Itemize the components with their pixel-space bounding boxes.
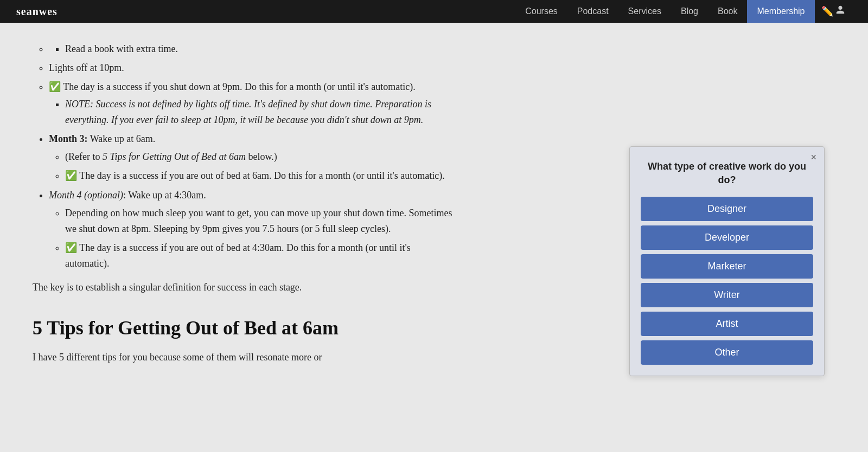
square-list: Read a book with extra time. <box>65 41 456 57</box>
checkmark-2: ✅ <box>65 170 77 181</box>
month3-bold: Month 3: <box>49 133 88 144</box>
main-content: Read a book with extra time. Lights off … <box>0 23 488 398</box>
month4-sub-1: Depending on how much sleep you want to … <box>65 205 456 237</box>
checkmark-text-1: The day is a success if you shut down at… <box>61 81 416 92</box>
month4-sub-list: Depending on how much sleep you want to … <box>65 205 456 271</box>
month3-sub-1: (Refer to 5 Tips for Getting Out of Bed … <box>65 149 456 165</box>
list-item: Read a book with extra time. <box>49 41 456 57</box>
brand-logo[interactable]: seanwes <box>16 3 58 20</box>
nav-blog[interactable]: Blog <box>671 0 708 23</box>
modal-title: What type of creative work do you do? <box>641 160 813 187</box>
outer-bullet-list: Read a book with extra time. Lights off … <box>49 41 456 128</box>
month3-text: Wake up at 6am. <box>88 133 156 144</box>
nav-book[interactable]: Book <box>708 0 747 23</box>
month4-text: : Wake up at 4:30am. <box>123 190 206 201</box>
section-sub: I have 5 different tips for you because … <box>33 350 456 365</box>
checkmark-item-1: ✅ The day is a success if you shut down … <box>49 79 456 128</box>
month3-item: Month 3: Wake up at 6am. (Refer to 5 Tip… <box>49 131 456 183</box>
section-heading: 5 Tips for Getting Out of Bed at 6am <box>33 313 456 344</box>
nav-podcast[interactable]: Podcast <box>567 0 618 23</box>
marketer-button[interactable]: Marketer <box>641 254 813 279</box>
navbar: seanwes Courses Podcast Services Blog Bo… <box>0 0 868 23</box>
other-button[interactable]: Other <box>641 340 813 365</box>
lights-off-text: Lights off at 10pm. <box>49 62 124 73</box>
month3-sub-2: ✅ The day is a success if you are out of… <box>65 168 456 184</box>
note-italic-text: NOTE: Success is not defined by lights o… <box>65 99 431 125</box>
nav-membership[interactable]: Membership <box>747 0 814 23</box>
nav-links: Courses Podcast Services Blog Book Membe… <box>515 0 814 23</box>
nav-services[interactable]: Services <box>618 0 671 23</box>
creative-type-modal: × What type of creative work do you do? … <box>629 146 825 376</box>
months-list: Month 3: Wake up at 6am. (Refer to 5 Tip… <box>49 131 456 271</box>
tips-link: 5 Tips for Getting Out of Bed at 6am <box>103 151 246 162</box>
modal-close-button[interactable]: × <box>810 152 816 162</box>
artist-button[interactable]: Artist <box>641 312 813 336</box>
lights-off-item: Lights off at 10pm. <box>49 60 456 76</box>
developer-button[interactable]: Developer <box>641 225 813 250</box>
designer-button[interactable]: Designer <box>641 197 813 221</box>
checkmark-3: ✅ <box>65 242 77 253</box>
month4-item: Month 4 (optional): Wake up at 4:30am. D… <box>49 188 456 271</box>
user-icon[interactable]: ✏️ <box>815 4 852 20</box>
month4-sub-2: ✅ The day is a success if you are out of… <box>65 240 456 272</box>
nav-courses[interactable]: Courses <box>515 0 567 23</box>
month3-sub-list: (Refer to 5 Tips for Getting Out of Bed … <box>65 149 456 184</box>
writer-button[interactable]: Writer <box>641 283 813 307</box>
key-paragraph: The key is to establish a singular defin… <box>33 280 456 295</box>
month4-italic: Month 4 (optional) <box>49 190 123 201</box>
list-item: Read a book with extra time. <box>65 41 456 57</box>
checkmark-1: ✅ <box>49 81 61 92</box>
note-item: NOTE: Success is not defined by lights o… <box>65 96 456 128</box>
note-list: NOTE: Success is not defined by lights o… <box>65 96 456 128</box>
